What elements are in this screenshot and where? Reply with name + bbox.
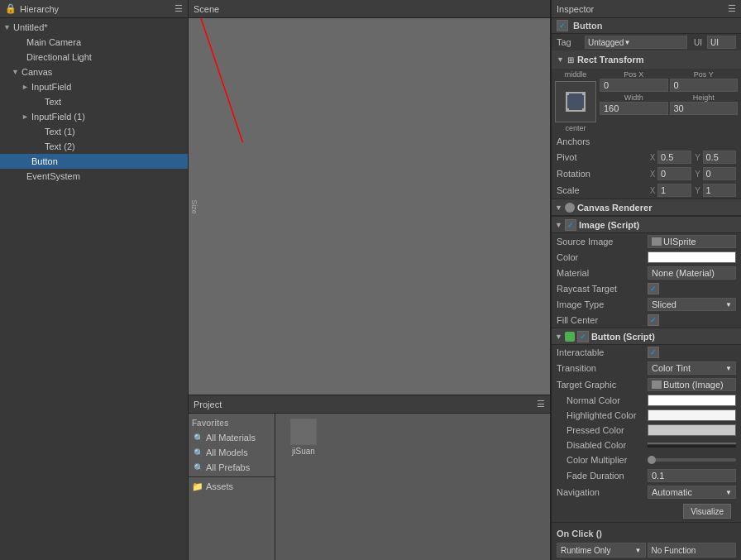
project-area: Project ☰ Favorites 🔍 All Materials 🔍 Al… bbox=[189, 395, 550, 560]
hierarchy-label-button: Button bbox=[31, 156, 58, 166]
source-image-field[interactable]: UISprite bbox=[648, 235, 736, 248]
color-field[interactable] bbox=[648, 251, 736, 263]
scale-label: Scale bbox=[557, 185, 648, 195]
component-toggle-row: ✓ Button bbox=[552, 18, 741, 34]
hierarchy-item-eventsystem[interactable]: EventSystem bbox=[0, 169, 188, 184]
navigation-dropdown[interactable]: Automatic ▼ bbox=[648, 486, 736, 499]
hierarchy-item-text[interactable]: Text bbox=[0, 94, 188, 109]
raycast-row: Raycast Target ✓ bbox=[552, 281, 741, 296]
button-script-enabled-checkbox[interactable]: ✓ bbox=[577, 331, 589, 342]
scale-y-input[interactable]: 1 bbox=[703, 184, 737, 197]
hierarchy-item-untitled[interactable]: ▼ Untitled* bbox=[0, 20, 188, 35]
pivot-y-input[interactable]: 0.5 bbox=[703, 151, 737, 164]
on-click-header: On Click () bbox=[557, 526, 736, 541]
assets-list: jiSuan bbox=[275, 414, 550, 560]
hierarchy-item-button[interactable]: Button bbox=[0, 154, 188, 169]
project-menu-icon[interactable]: ☰ bbox=[537, 399, 545, 409]
rotation-x-input[interactable]: 0 bbox=[657, 167, 691, 180]
anchor-dot-tl bbox=[566, 92, 569, 95]
target-graphic-label: Target Graphic bbox=[557, 380, 648, 390]
no-function-box[interactable]: No Function bbox=[648, 543, 737, 558]
arrow-icon-untitled: ▼ bbox=[3, 23, 13, 31]
rotation-x-axis-label: X bbox=[648, 170, 657, 179]
wh-row: Width 160 Height 30 bbox=[600, 93, 738, 115]
material-value: None (Material) bbox=[652, 268, 715, 278]
button-enabled-checkbox[interactable]: ✓ bbox=[557, 20, 568, 31]
on-click-section: On Click () Runtime Only ▼ No Function bbox=[552, 523, 741, 560]
interactable-label: Interactable bbox=[557, 347, 648, 357]
tag-dropdown[interactable]: Untagged ▼ bbox=[585, 36, 687, 49]
fade-duration-label: Fade Duration bbox=[557, 471, 648, 481]
pivot-x-axis-label: X bbox=[648, 153, 657, 162]
hierarchy-item-text1[interactable]: Text (1) bbox=[0, 124, 188, 139]
asset-item-jisuan[interactable]: jiSuan bbox=[279, 415, 328, 459]
inspector-menu-icon[interactable]: ☰ bbox=[728, 3, 736, 14]
width-group: Width 160 bbox=[600, 93, 668, 115]
fav-item-all-materials[interactable]: 🔍 All Materials bbox=[189, 430, 275, 445]
height-field[interactable]: 30 bbox=[670, 102, 739, 115]
on-click-runtime-row: Runtime Only ▼ No Function bbox=[557, 541, 736, 559]
hierarchy-item-main-camera[interactable]: Main Camera bbox=[0, 35, 188, 50]
assets-folder-item[interactable]: 📁 Assets bbox=[189, 479, 275, 494]
image-script-enabled-checkbox[interactable]: ✓ bbox=[565, 219, 576, 231]
fav-label-materials: All Materials bbox=[206, 433, 256, 443]
rotation-label: Rotation bbox=[557, 169, 648, 179]
raycast-label: Raycast Target bbox=[557, 284, 648, 294]
canvas-renderer-arrow-icon: ▼ bbox=[555, 203, 562, 212]
scale-x-input[interactable]: 1 bbox=[657, 184, 691, 197]
pos-y-field[interactable]: 0 bbox=[670, 79, 739, 92]
hierarchy-items-list: ▼ Untitled* Main Camera Directional Ligh… bbox=[0, 18, 188, 560]
disabled-color-bar-dark bbox=[648, 445, 736, 448]
rect-transform-header[interactable]: ▼ ⊞ Rect Transform bbox=[552, 50, 741, 69]
button-script-header[interactable]: ▼ ✓ Button (Script) bbox=[552, 328, 741, 345]
disabled-color-field[interactable] bbox=[648, 443, 736, 444]
fill-center-checkbox[interactable]: ✓ bbox=[648, 314, 659, 326]
pivot-label: Pivot bbox=[557, 152, 648, 162]
width-field[interactable]: 160 bbox=[600, 102, 668, 115]
hierarchy-label-directional-light: Directional Light bbox=[26, 52, 92, 62]
interactable-checkbox[interactable]: ✓ bbox=[648, 347, 659, 358]
layer-dropdown[interactable]: UI bbox=[707, 36, 736, 49]
rotation-y-input[interactable]: 0 bbox=[703, 167, 737, 180]
fade-duration-field[interactable]: 0.1 bbox=[648, 469, 736, 482]
highlighted-color-label: Highlighted Color bbox=[557, 410, 648, 420]
project-content: Favorites 🔍 All Materials 🔍 All Models 🔍… bbox=[189, 414, 550, 560]
transition-dropdown[interactable]: Color Tint ▼ bbox=[648, 361, 736, 375]
target-graphic-field[interactable]: Button (Image) bbox=[648, 378, 736, 391]
asset-label-jisuan: jiSuan bbox=[292, 447, 315, 456]
rect-preview[interactable] bbox=[555, 81, 596, 122]
rotation-xy: X 0 Y 0 bbox=[648, 167, 736, 180]
hierarchy-item-directional-light[interactable]: Directional Light bbox=[0, 50, 188, 65]
image-type-dropdown[interactable]: Sliced ▼ bbox=[648, 298, 736, 311]
rotation-y-field: Y 0 bbox=[693, 167, 737, 180]
scene-content[interactable]: Size bbox=[189, 18, 550, 395]
pivot-x-input[interactable]: 0.5 bbox=[657, 151, 691, 164]
hierarchy-item-inputfield[interactable]: ► InputField bbox=[0, 79, 188, 94]
pos-x-field[interactable]: 0 bbox=[600, 79, 668, 92]
pressed-color-field[interactable] bbox=[648, 424, 736, 436]
hierarchy-item-text2[interactable]: Text (2) bbox=[0, 139, 188, 154]
disabled-color-row: Disabled Color bbox=[552, 438, 741, 452]
hierarchy-item-canvas[interactable]: ▼ Canvas bbox=[0, 65, 188, 79]
image-script-header[interactable]: ▼ ✓ Image (Script) bbox=[552, 217, 741, 233]
color-multiplier-slider[interactable] bbox=[648, 458, 736, 462]
target-graphic-icon bbox=[652, 381, 662, 389]
runtime-dropdown[interactable]: Runtime Only ▼ bbox=[557, 543, 646, 558]
fav-item-favorites: Favorites bbox=[189, 415, 275, 430]
visualize-button[interactable]: Visualize bbox=[683, 504, 731, 519]
raycast-checkbox[interactable]: ✓ bbox=[648, 283, 659, 294]
highlighted-color-field[interactable] bbox=[648, 409, 736, 421]
color-row: Color bbox=[552, 250, 741, 265]
hierarchy-menu-icon[interactable]: ☰ bbox=[174, 3, 183, 14]
hierarchy-label-inputfield: InputField bbox=[31, 82, 71, 92]
fav-item-all-prefabs[interactable]: 🔍 All Prefabs bbox=[189, 460, 275, 475]
fade-duration-row: Fade Duration 0.1 bbox=[552, 467, 741, 484]
material-field[interactable]: None (Material) bbox=[648, 266, 736, 280]
navigation-row: Navigation Automatic ▼ bbox=[552, 484, 741, 500]
normal-color-field[interactable] bbox=[648, 395, 736, 406]
hierarchy-item-inputfield1[interactable]: ► InputField (1) bbox=[0, 109, 188, 124]
canvas-renderer-header[interactable]: ▼ Canvas Renderer bbox=[552, 199, 741, 216]
pos-y-label: Pos Y bbox=[670, 70, 739, 79]
fav-item-all-models[interactable]: 🔍 All Models bbox=[189, 445, 275, 460]
anchors-label: Anchors bbox=[557, 136, 648, 146]
